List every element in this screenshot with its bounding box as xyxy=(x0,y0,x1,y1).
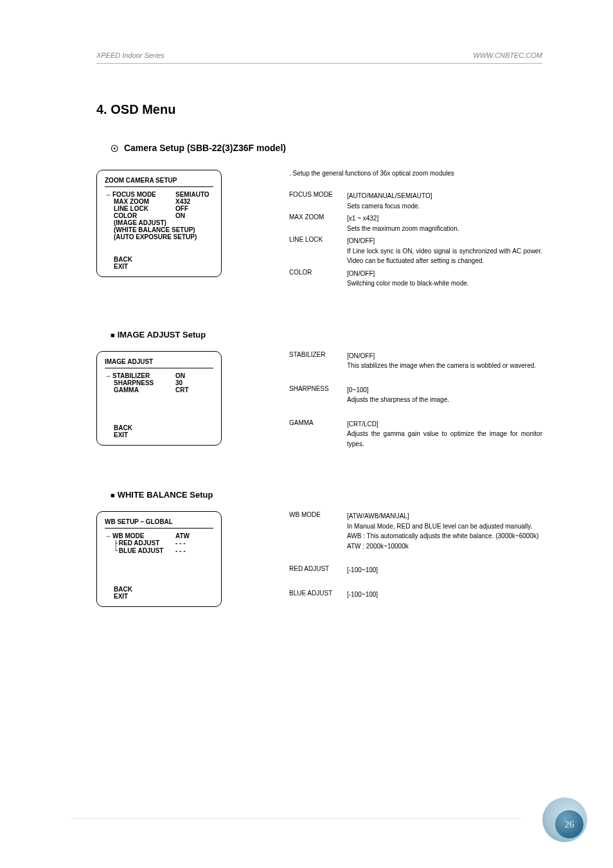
page-number-badge: 26 xyxy=(542,797,587,842)
wb-row-mode: WB MODE xyxy=(105,532,175,539)
zoom-k-color: COLOR xyxy=(289,269,347,289)
img-t-sharp: Adjusts the sharpness of the image. xyxy=(347,396,449,403)
zoom-val-color: ON xyxy=(175,212,213,219)
image-val-sharp: 30 xyxy=(175,379,213,386)
zoom-osd-box: ZOOM CAMERA SETUP FOCUS MODESEMIAUTO MAX… xyxy=(96,170,222,277)
zoom-val-focus: SEMIAUTO xyxy=(175,191,213,198)
wb-k-red: RED ADJUST xyxy=(289,565,347,575)
wb-val-mode: ATW xyxy=(175,532,213,539)
zoom-k-focus: FOCUS MODE xyxy=(289,191,347,211)
zoom-section: ZOOM CAMERA SETUP FOCUS MODESEMIAUTO MAX… xyxy=(96,170,542,291)
zoom-k-ll: LINE LOCK xyxy=(289,236,347,266)
subsection-label: Camera Setup (SBB-22(3)Z36F model) xyxy=(124,143,286,153)
wb-exit: EXIT xyxy=(105,593,213,600)
zoom-k-max: MAX ZOOM xyxy=(289,213,347,233)
img-r-gamma: [CRT/LCD] xyxy=(347,420,378,428)
zoom-desc-lead: . Setup the general functions of 36x opt… xyxy=(289,170,542,177)
image-row-gamma: GAMMA xyxy=(105,386,175,393)
header-right: WWW.CNBTEC.COM xyxy=(473,51,542,59)
zoom-t-color: Switching color mode to black-white mode… xyxy=(347,280,469,287)
img-k-sharp: SHARPNESS xyxy=(289,385,347,405)
img-r-stab: [ON/OFF] xyxy=(347,352,375,359)
wb-r-mode: [ATW/AWB/MANUAL] xyxy=(347,512,409,520)
bullet-icon: ☉ xyxy=(111,143,119,154)
wb-desc: WB MODE[ATW/AWB/MANUAL]In Manual Mode, R… xyxy=(289,511,542,602)
image-osd-box: IMAGE ADJUST STABILIZERON SHARPNESS30 GA… xyxy=(96,351,222,446)
wb-k-mode: WB MODE xyxy=(289,511,347,551)
zoom-row-color: COLOR xyxy=(105,212,175,219)
img-r-sharp: [0~100] xyxy=(347,386,369,393)
image-heading: IMAGE ADJUST Setup xyxy=(111,330,542,339)
zoom-val-linelock: OFF xyxy=(175,205,213,212)
img-t-stab: This stabilizes the image when the camer… xyxy=(347,362,536,369)
wb-r-blue: [-100~100] xyxy=(347,591,378,598)
zoom-row-imageadj: (IMAGE ADJUST) xyxy=(105,219,175,226)
page-header: XPEED Indoor Series WWW.CNBTEC.COM xyxy=(96,51,542,64)
image-val-stab: ON xyxy=(175,372,213,379)
zoom-val-maxzoom: X432 xyxy=(175,198,213,205)
wb-k-blue: BLUE ADJUST xyxy=(289,590,347,600)
zoom-row-linelock: LINE LOCK xyxy=(105,205,175,212)
zoom-t-focus: Sets camera focus mode. xyxy=(347,203,420,210)
wb-box-title: WB SETUP – GLOBAL xyxy=(105,518,213,529)
zoom-r-color: [ON/OFF] xyxy=(347,270,375,277)
page-number: 26 xyxy=(555,810,583,838)
img-k-stab: STABILIZER xyxy=(289,351,347,371)
image-section: IMAGE ADJUST STABILIZERON SHARPNESS30 GA… xyxy=(96,351,542,452)
wb-row-blue: └ BLUE ADJUST xyxy=(105,547,175,555)
zoom-r-ll: [ON/OFF] xyxy=(347,237,375,244)
zoom-row-maxzoom: MAX ZOOM xyxy=(105,198,175,205)
wb-osd-box: WB SETUP – GLOBAL WB MODEATW ├ RED ADJUS… xyxy=(96,511,222,607)
image-row-sharp: SHARPNESS xyxy=(105,379,175,386)
zoom-row-ae: (AUTO EXPOSURE SETUP) xyxy=(105,233,197,240)
image-val-gamma: CRT xyxy=(175,386,213,393)
zoom-t-ll: If Line lock sync is ON, video signal is… xyxy=(347,248,542,265)
wb-heading: WHITE BALANCE Setup xyxy=(111,490,542,500)
zoom-box-title: ZOOM CAMERA SETUP xyxy=(105,177,213,187)
page-title: 4. OSD Menu xyxy=(96,102,542,117)
footer-rule xyxy=(71,818,520,819)
zoom-r-focus: [AUTO/MANUAL/SEMIAUTO] xyxy=(347,192,432,199)
zoom-r-max: [x1 ~ x432] xyxy=(347,215,378,222)
zoom-exit: EXIT xyxy=(105,263,213,270)
wb-section: WB SETUP – GLOBAL WB MODEATW ├ RED ADJUS… xyxy=(96,511,542,607)
image-box-title: IMAGE ADJUST xyxy=(105,358,213,368)
zoom-row-wb: (WHITE BALANCE SETUP) xyxy=(105,226,195,233)
subsection-title: ☉ Camera Setup (SBB-22(3)Z36F model) xyxy=(111,143,542,154)
wb-r-red: [-100~100] xyxy=(347,566,378,574)
image-exit: EXIT xyxy=(105,431,213,439)
zoom-row-focus: FOCUS MODE xyxy=(105,191,175,198)
image-row-stab: STABILIZER xyxy=(105,372,175,379)
wb-val-blue: - - - xyxy=(175,547,213,555)
wb-back: BACK xyxy=(105,586,213,593)
img-t-gamma: Adjusts the gamma gain value to optimize… xyxy=(347,430,542,448)
image-back: BACK xyxy=(105,424,213,431)
zoom-back: BACK xyxy=(105,256,213,263)
img-k-gamma: GAMMA xyxy=(289,419,347,449)
header-left: XPEED Indoor Series xyxy=(96,51,164,59)
wb-val-red: - - - xyxy=(175,539,213,547)
image-desc: STABILIZER[ON/OFF]This stabilizes the im… xyxy=(289,351,542,452)
wb-t-mode: In Manual Mode, RED and BLUE level can b… xyxy=(347,523,538,550)
zoom-t-max: Sets the maximum zoom magnification. xyxy=(347,225,459,232)
zoom-desc: . Setup the general functions of 36x opt… xyxy=(289,170,542,291)
wb-row-red: ├ RED ADJUST xyxy=(105,539,175,547)
